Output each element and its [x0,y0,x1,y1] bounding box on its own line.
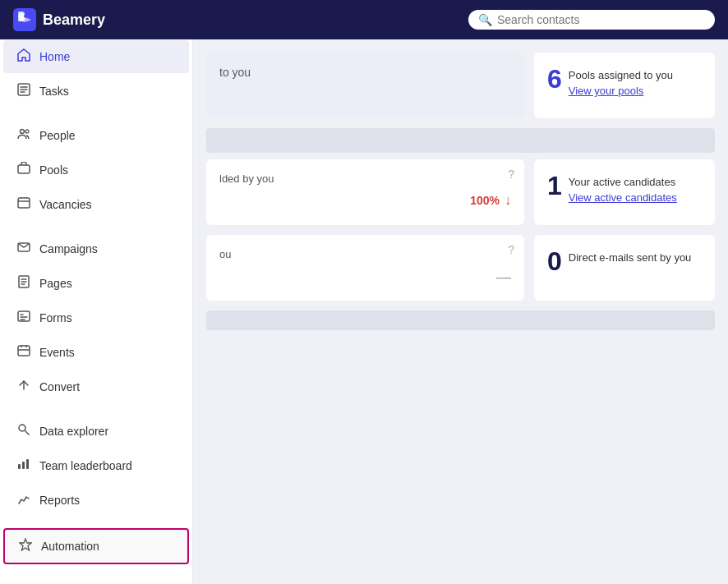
sidebar-item-people[interactable]: People [3,119,189,152]
sidebar-item-home[interactable]: Home [3,40,189,73]
team-leaderboard-icon [16,458,31,474]
sidebar-item-events[interactable]: Events [3,336,189,369]
top-row: to you 6 Pools assigned to you View your… [206,53,715,118]
sidebar-item-label-people: People [39,129,76,142]
search-bar[interactable]: 🔍 [468,10,715,30]
logo: Beamery [13,8,161,31]
sidebar-item-label-reports: Reports [39,494,80,507]
sidebar-item-data-explorer[interactable]: Data explorer [3,415,189,448]
sidebar-item-label-convert: Convert [39,380,80,393]
sidebar-item-pages[interactable]: Pages [3,267,189,300]
data-explorer-icon [16,423,31,439]
gray-bar-2 [206,310,715,330]
bottom-row: ou — ? 0 Direct e-mails sent by you [206,235,715,301]
question-icon-2[interactable]: ? [508,243,514,256]
pages-icon [16,275,31,292]
by-you-partial-text: ou [219,248,511,260]
svg-point-3 [21,130,25,134]
top-navigation: Beamery 🔍 [0,0,728,39]
sidebar-item-label-tasks: Tasks [39,85,69,98]
sidebar-item-vacancies[interactable]: Vacancies [3,188,189,221]
sidebar-item-automation[interactable]: Automation [3,528,189,564]
sidebar-item-reports[interactable]: Reports [3,484,189,517]
convert-icon [16,379,31,395]
view-pools-link[interactable]: View your pools [569,85,673,97]
assigned-partial-text: to you [219,66,511,79]
svg-point-4 [25,130,29,133]
svg-point-11 [19,425,25,431]
sidebar-item-label-pools: Pools [39,163,68,177]
sidebar-item-convert[interactable]: Convert [3,370,189,403]
direct-emails-number: 0 [547,248,562,274]
sidebar-item-forms[interactable]: Forms [3,301,189,334]
sidebar-item-label-campaigns: Campaigns [39,242,98,255]
sidebar-item-label-events: Events [39,346,75,359]
pools-assigned-card: 6 Pools assigned to you View your pools [534,53,715,118]
tasks-icon [16,83,31,99]
gray-bar-1 [206,128,715,153]
view-active-candidates-link[interactable]: View active candidates [569,191,677,204]
question-icon-1[interactable]: ? [508,168,514,181]
active-candidates-card: 1 Your active candidates View active can… [534,159,715,225]
assigned-to-you-card: to you [206,53,524,118]
added-by-you-card: lded by you 100% ↓ ? [206,159,524,225]
search-wrapper: 🔍 [161,10,715,30]
sidebar-item-label-vacancies: Vacancies [39,198,92,211]
pools-label: Pools assigned to you [569,69,673,81]
events-icon [16,344,31,361]
active-candidates-number: 1 [547,172,562,199]
pools-number: 6 [547,66,562,92]
sidebar-item-label-pages: Pages [39,277,72,290]
main-layout: Home Tasks People Pools Vacancies [0,39,728,584]
svg-rect-12 [18,464,21,469]
sidebar-item-label-home: Home [39,50,70,63]
svg-rect-13 [22,462,25,469]
main-content: to you 6 Pools assigned to you View your… [193,39,728,584]
sidebar-item-tasks[interactable]: Tasks [3,75,189,108]
svg-rect-6 [18,198,30,208]
app-name: Beamery [43,11,105,29]
arrow-down-icon: ↓ [505,193,511,208]
automation-icon [18,538,33,554]
home-icon [16,48,31,65]
svg-rect-5 [18,165,30,173]
active-candidates-label: Your active candidates [569,176,677,188]
pools-icon [16,162,31,178]
sidebar-item-campaigns[interactable]: Campaigns [3,232,189,265]
vacancies-icon [16,196,31,213]
sidebar-item-pools[interactable]: Pools [3,154,189,186]
forms-icon [16,310,31,326]
search-input[interactable] [497,13,705,26]
direct-emails-label: Direct e-mails sent by you [569,251,692,264]
people-icon [16,127,31,144]
sidebar-item-label-automation: Automation [41,540,99,553]
sidebar-item-label-team-leaderboard: Team leaderboard [39,459,132,472]
added-partial-text: lded by you [219,172,511,185]
svg-rect-14 [26,459,29,469]
direct-emails-card: 0 Direct e-mails sent by you [534,235,715,301]
by-you-card: ou — ? [206,235,524,301]
dash-value: — [496,269,511,286]
search-icon: 🔍 [478,13,492,26]
campaigns-icon [16,241,31,257]
reports-icon [16,492,31,508]
sidebar: Home Tasks People Pools Vacancies [0,39,193,584]
sidebar-item-team-leaderboard[interactable]: Team leaderboard [3,449,189,482]
sidebar-item-label-data-explorer: Data explorer [39,425,108,438]
svg-rect-10 [18,346,30,356]
sidebar-item-label-forms: Forms [39,311,72,324]
middle-row: lded by you 100% ↓ ? 1 Your active candi… [206,159,715,225]
percent-value: 100% [470,194,500,207]
